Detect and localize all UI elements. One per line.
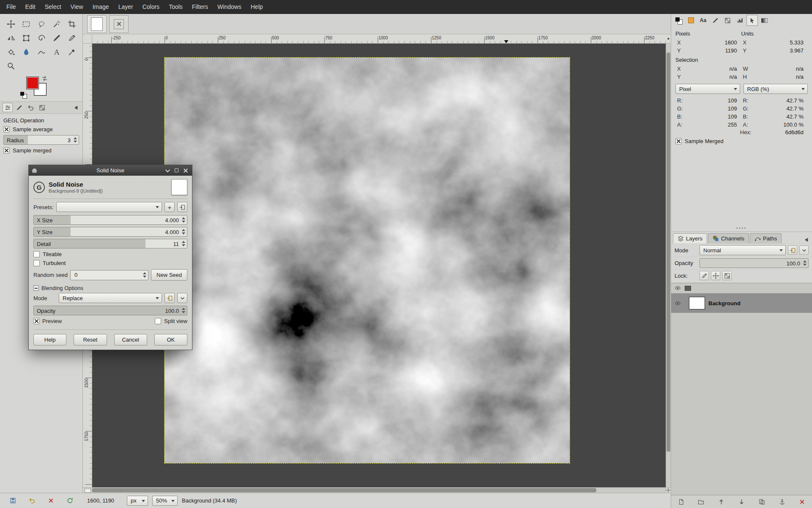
new-seed-button[interactable]: New Seed xyxy=(151,269,187,281)
dialog-titlebar[interactable]: Solid Noise xyxy=(29,165,192,176)
random-seed-input[interactable]: 0 xyxy=(70,270,148,280)
layer-opacity-slider[interactable]: 100.0 xyxy=(700,258,809,268)
warp-tool-button[interactable] xyxy=(35,32,48,44)
histogram-dock-tab[interactable] xyxy=(734,15,746,26)
blend-space-button[interactable] xyxy=(788,246,797,255)
vertical-scrollbar[interactable] xyxy=(666,44,671,487)
layers-tab-menu-button[interactable] xyxy=(803,236,810,243)
bucket-fill-tool-button[interactable] xyxy=(4,46,18,58)
menu-select[interactable]: Select xyxy=(40,0,66,14)
menu-view[interactable]: View xyxy=(66,0,88,14)
visibility-icon[interactable] xyxy=(674,299,681,307)
layer-row-extra[interactable] xyxy=(671,283,812,293)
fonts-dock-tab[interactable]: Aa xyxy=(697,15,709,26)
menu-colors[interactable]: Colors xyxy=(138,0,164,14)
menu-edit[interactable]: Edit xyxy=(21,0,40,14)
save-tool-preset-button[interactable] xyxy=(7,495,19,506)
crop-tool-button[interactable] xyxy=(65,18,79,30)
help-button[interactable]: Help xyxy=(33,334,66,345)
text-tool-button[interactable] xyxy=(50,46,63,58)
gradients-dock-tab[interactable] xyxy=(759,15,770,26)
fuzzy-select-tool-button[interactable] xyxy=(50,18,63,30)
menu-filters[interactable]: Filters xyxy=(187,0,213,14)
mode-menu-button[interactable] xyxy=(177,293,187,303)
flip-tool-button[interactable] xyxy=(4,32,18,44)
add-preset-button[interactable] xyxy=(165,202,175,212)
sample-merged-checkbox[interactable] xyxy=(675,138,682,144)
horizontal-scrollbar-thumb[interactable] xyxy=(92,488,596,492)
image-tab[interactable] xyxy=(87,15,107,33)
reset-button[interactable]: Reset xyxy=(74,334,107,345)
cancel-button[interactable]: Cancel xyxy=(114,334,147,345)
free-select-tool-button[interactable] xyxy=(35,18,48,30)
navigation-button[interactable] xyxy=(665,488,671,493)
ok-button[interactable]: OK xyxy=(154,334,187,345)
ruler-corner[interactable] xyxy=(83,34,92,44)
menu-image[interactable]: Image xyxy=(88,0,114,14)
manage-presets-button[interactable] xyxy=(177,202,187,212)
x-size-spinner[interactable] xyxy=(181,215,186,224)
new-layer-button[interactable] xyxy=(675,497,686,507)
palettes-dock-tab[interactable] xyxy=(685,15,697,26)
pointer-dock-tab[interactable] xyxy=(746,15,758,26)
radius-slider[interactable]: Radius 3 xyxy=(3,135,79,145)
tab-paths[interactable]: Paths xyxy=(750,233,782,243)
dock-drag-handle[interactable] xyxy=(736,226,747,230)
tab-layers[interactable]: Layers xyxy=(673,233,707,243)
minimize-button[interactable] xyxy=(163,167,171,174)
pointer-format-left-select[interactable]: Pixel xyxy=(675,84,740,94)
undo-history-tab[interactable] xyxy=(25,103,36,112)
reset-tool-options-button[interactable] xyxy=(64,495,76,506)
zoom-tool-button[interactable] xyxy=(4,60,18,72)
detail-spinner[interactable] xyxy=(181,239,186,248)
vertical-scrollbar-thumb[interactable] xyxy=(667,52,670,452)
zoom-select[interactable]: 50% xyxy=(152,496,178,506)
top-ruler[interactable]: -2500250500750100012501500175020002250 xyxy=(92,34,666,44)
horizontal-scrollbar[interactable] xyxy=(92,488,665,493)
smudge-tool-button[interactable] xyxy=(35,46,48,58)
menu-help[interactable]: Help xyxy=(246,0,268,14)
detail-slider[interactable]: Detail 11 xyxy=(33,239,187,248)
preview-checkbox[interactable] xyxy=(33,318,40,324)
tileable-checkbox[interactable] xyxy=(33,251,40,257)
lower-layer-button[interactable] xyxy=(736,497,747,507)
layer-mode-select[interactable]: Normal xyxy=(700,245,786,255)
sample-average-checkbox[interactable] xyxy=(3,126,10,133)
random-seed-spinner[interactable] xyxy=(142,271,147,280)
lock-alpha-button[interactable] xyxy=(722,271,732,280)
brushes-dock-tab[interactable] xyxy=(710,15,721,26)
unit-select[interactable]: px xyxy=(127,496,148,506)
menu-windows[interactable]: Windows xyxy=(213,0,246,14)
maximize-button[interactable] xyxy=(173,167,180,174)
turbulent-checkbox[interactable] xyxy=(33,260,40,266)
default-colors-icon[interactable] xyxy=(20,92,27,99)
tool-options-tab[interactable] xyxy=(3,103,13,112)
paintbrush-tool-button[interactable] xyxy=(50,32,63,44)
quick-mask-toggle[interactable] xyxy=(83,488,92,493)
menu-file[interactable]: File xyxy=(2,0,21,14)
ink-tool-button[interactable] xyxy=(19,46,33,58)
layer-row-background[interactable]: Background xyxy=(671,293,812,313)
y-size-spinner[interactable] xyxy=(181,227,186,236)
pencil-tool-button[interactable] xyxy=(65,32,79,44)
mode-select[interactable]: Replace xyxy=(59,293,162,303)
rect-select-tool-button[interactable] xyxy=(19,18,33,30)
canvas-menu-button[interactable] xyxy=(666,34,671,44)
restore-tool-preset-button[interactable] xyxy=(26,495,38,506)
presets-select[interactable] xyxy=(56,202,162,212)
swap-colors-icon[interactable] xyxy=(41,75,48,81)
canvas-image[interactable] xyxy=(165,58,570,463)
patterns-dock-tab[interactable] xyxy=(722,15,733,26)
images-tab[interactable] xyxy=(37,103,47,112)
split-view-checkbox[interactable] xyxy=(155,318,161,324)
mode-menu-button[interactable] xyxy=(799,246,809,255)
move-tool-button[interactable] xyxy=(4,18,18,30)
device-status-tab[interactable] xyxy=(14,103,24,112)
opacity-slider[interactable]: Opacity 100.0 xyxy=(33,306,187,315)
raise-layer-button[interactable] xyxy=(716,497,727,507)
radius-spinner[interactable] xyxy=(73,135,78,144)
delete-tool-preset-button[interactable] xyxy=(45,495,57,506)
tool-options-menu-button[interactable] xyxy=(72,104,80,111)
x-size-slider[interactable]: X Size 4.000 xyxy=(33,215,187,225)
opacity-spinner[interactable] xyxy=(181,306,186,315)
